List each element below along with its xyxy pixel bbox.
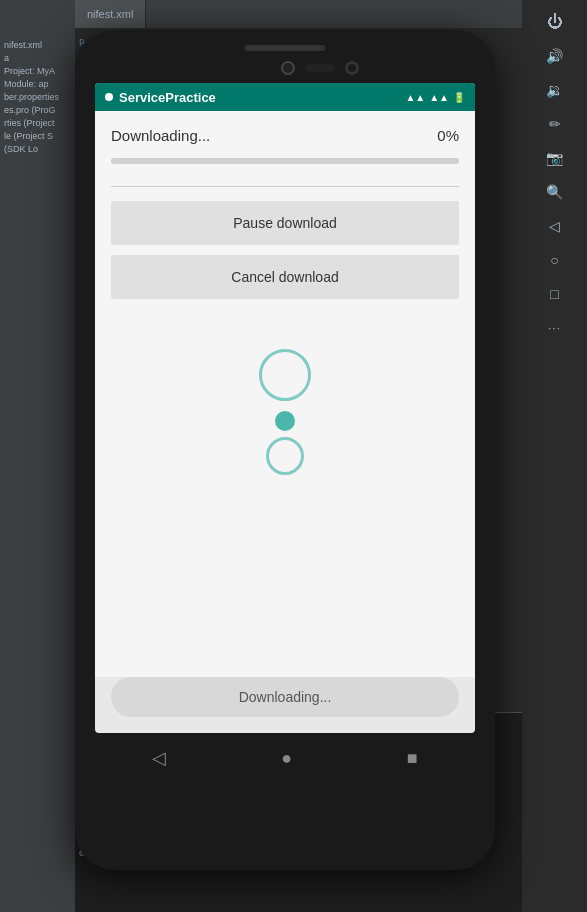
volume-up-icon[interactable]: 🔊 (541, 42, 569, 70)
percent-label: 0% (437, 127, 459, 144)
animation-circle-large (259, 349, 311, 401)
project-item: le (Project S (4, 131, 71, 141)
nav-bar: ◁ ● ■ (95, 733, 475, 783)
pen-icon[interactable]: ✏ (541, 110, 569, 138)
bottom-section: Downloading... (95, 677, 475, 733)
project-item: a (4, 53, 71, 63)
tab-bar: nifest.xml (75, 0, 522, 28)
phone-screen: ServicePractice ▲▲ ▲▲ 🔋 Downloading... 0… (95, 83, 475, 733)
project-item: ber.properties (4, 92, 71, 102)
camera-icon[interactable]: 📷 (541, 144, 569, 172)
project-item: (SDK Lo (4, 144, 71, 154)
status-left: ServicePractice (105, 90, 216, 105)
project-item: nifest.xml (4, 40, 71, 50)
home-button[interactable]: ● (281, 748, 292, 769)
back-button[interactable]: ◁ (152, 747, 166, 769)
divider (111, 186, 459, 187)
front-camera (281, 61, 295, 75)
battery-icon: 🔋 (453, 92, 465, 103)
project-item: es.pro (ProG (4, 105, 71, 115)
wifi-icon: ▲▲ (405, 92, 425, 103)
progress-bar-container (111, 158, 459, 164)
app-title: ServicePractice (119, 90, 216, 105)
phone-speaker (245, 45, 325, 51)
status-bar: ServicePractice ▲▲ ▲▲ 🔋 (95, 83, 475, 111)
wifi-dot (105, 93, 113, 101)
downloading-label: Downloading... (111, 127, 210, 144)
project-item: Module: ap (4, 79, 71, 89)
signal-icon: ▲▲ (429, 92, 449, 103)
animation-circle-small (266, 437, 304, 475)
app-content: Downloading... 0% Pause download Cancel … (95, 111, 475, 677)
status-right: ▲▲ ▲▲ 🔋 (405, 92, 465, 103)
volume-down-icon[interactable]: 🔉 (541, 76, 569, 104)
project-panel: nifest.xml a Project: MyA Module: ap ber… (0, 0, 75, 912)
project-item: rties (Project (4, 118, 71, 128)
phone-frame: ServicePractice ▲▲ ▲▲ 🔋 Downloading... 0… (75, 30, 495, 870)
back-nav-icon[interactable]: ◁ (541, 212, 569, 240)
manifest-tab[interactable]: nifest.xml (75, 0, 146, 28)
recents-button[interactable]: ■ (407, 748, 418, 769)
sensor-row (211, 61, 359, 75)
power-icon[interactable]: ⏻ (541, 8, 569, 36)
square-nav-icon[interactable]: □ (541, 280, 569, 308)
downloading-status-button: Downloading... (111, 677, 459, 717)
download-header: Downloading... 0% (111, 127, 459, 144)
animation-area (111, 309, 459, 661)
toolbar-panel: ⏻ 🔊 🔉 ✏ 📷 🔍 ◁ ○ □ ··· (522, 0, 587, 912)
cancel-download-button[interactable]: Cancel download (111, 255, 459, 299)
more-icon[interactable]: ··· (541, 314, 569, 342)
pause-download-button[interactable]: Pause download (111, 201, 459, 245)
circle-nav-icon[interactable]: ○ (541, 246, 569, 274)
zoom-icon[interactable]: 🔍 (541, 178, 569, 206)
project-item: Project: MyA (4, 66, 71, 76)
animation-circle-medium (275, 411, 295, 431)
